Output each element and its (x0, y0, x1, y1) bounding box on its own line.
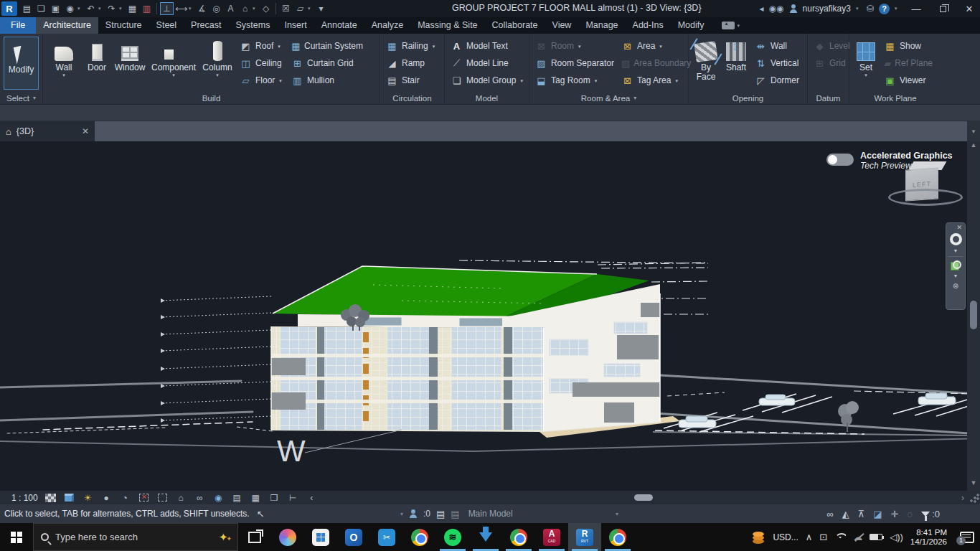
tab-insert[interactable]: Insert (277, 17, 314, 34)
render-icon[interactable]: ◇ (259, 2, 273, 15)
close-hidden-windows-icon[interactable]: ☒ (279, 2, 293, 15)
curtain-system-button[interactable]: ▦Curtain System (288, 37, 367, 55)
default-3d-view-icon[interactable]: ⌂ (238, 2, 252, 15)
undo-icon[interactable]: ↶ (84, 2, 98, 15)
start-button[interactable] (0, 523, 33, 551)
worksets-icon[interactable]: ▤ (436, 509, 445, 519)
reveal-hidden-elements-icon[interactable]: ◉ (212, 492, 225, 503)
sun-path-icon[interactable]: ☀ (82, 492, 94, 503)
floor-button[interactable]: ▱Floor▾ (236, 72, 288, 89)
window-button[interactable]: Window (111, 35, 149, 93)
tab-file[interactable]: File (0, 17, 36, 34)
resize-grip[interactable] (969, 492, 980, 504)
curtain-grid-button[interactable]: ⊞Curtain Grid (288, 55, 367, 72)
model-group-button[interactable]: ❏Model Group▾ (447, 72, 527, 89)
tab-precast[interactable]: Precast (184, 17, 228, 34)
text-icon[interactable]: A (224, 2, 237, 15)
temporary-view-properties-icon[interactable]: ▤ (231, 492, 243, 503)
redo-icon[interactable]: ↷ (105, 2, 118, 15)
task-view-button[interactable] (238, 523, 271, 551)
taskbar-autocad[interactable]: ACAD (535, 523, 568, 551)
viewcube-compass-ring[interactable] (888, 189, 963, 206)
signed-in-user[interactable]: nursyafikay3 (803, 4, 851, 14)
tag-by-category-icon[interactable]: ◎ (209, 2, 223, 15)
select-elements-by-face-icon[interactable]: ◪ (873, 509, 882, 519)
redo-caret[interactable]: ▾ (119, 6, 125, 11)
navbar-menu-icon[interactable]: ⊜ (953, 282, 958, 290)
modify-button[interactable]: Modify (4, 37, 39, 90)
show-hidden-icons-chevron[interactable]: ∧ (806, 532, 813, 542)
unlocked-3d-view-icon[interactable]: ⌂ (175, 492, 187, 503)
open-icon[interactable]: ❏ (34, 2, 48, 15)
highlight-displacement-sets-icon[interactable]: ❒ (268, 492, 281, 503)
aligned-dimension-icon[interactable]: ∡ (195, 2, 209, 15)
transfer-icon[interactable]: ▥ (140, 2, 154, 15)
taskbar-chrome-2[interactable] (502, 523, 535, 551)
opening-by-face-button[interactable]: By Face (691, 35, 721, 93)
collapse-arrow-icon[interactable]: ◂ (760, 4, 764, 14)
home-icon[interactable]: ⌂ (6, 126, 11, 137)
navbar-close-icon[interactable]: ✕ (953, 223, 965, 232)
mullion-button[interactable]: ▥Mullion (288, 72, 367, 89)
volume-icon[interactable]: ◁)) (890, 532, 903, 542)
view-scale[interactable]: 1 : 100 (11, 493, 38, 503)
sync-icon[interactable]: ◉ (63, 2, 77, 15)
editing-requests-icon[interactable] (409, 509, 418, 518)
drawing-area[interactable]: Accelerated Graphics Tech Preview LEFT ✕… (0, 141, 980, 491)
app-store-cart-icon[interactable]: ⛁ (867, 4, 874, 14)
ceiling-button[interactable]: ◫Ceiling (236, 55, 288, 72)
customize-qat-icon[interactable]: ▾ (314, 2, 328, 15)
editing-requests-count[interactable]: :0 (423, 509, 430, 519)
steering-wheel-caret[interactable]: ▼ (953, 248, 958, 253)
taskbar-microsoft-store[interactable] (304, 523, 337, 551)
taskbar-search[interactable]: Type here to search ✦✦ (33, 523, 238, 551)
vertical-opening-button[interactable]: ⇅Vertical (751, 55, 803, 72)
tab-architecture[interactable]: Architecture (36, 17, 98, 34)
ramp-button[interactable]: ◢Ramp (382, 55, 438, 72)
accelerated-graphics-toggle[interactable] (826, 154, 854, 166)
crop-view-icon[interactable] (138, 492, 150, 503)
tab-add-ins[interactable]: Add-Ins (626, 17, 671, 34)
tab-view[interactable]: View (545, 17, 579, 34)
dormer-opening-button[interactable]: ◸Dormer (751, 72, 803, 89)
currency-app-icon[interactable] (751, 530, 765, 545)
restore-button[interactable] (932, 0, 953, 17)
model-line-button[interactable]: ⟋Model Line (447, 55, 527, 72)
tab-annotate[interactable]: Annotate (314, 17, 364, 34)
revit-logo-icon[interactable]: R (1, 1, 17, 16)
tag-room-button[interactable]: ⬓Tag Room▾ (532, 72, 618, 89)
wall-opening-button[interactable]: ⇹Wall (751, 37, 803, 55)
railing-button[interactable]: ▦Railing▾ (382, 37, 438, 55)
show-analytical-model-icon[interactable]: ▦ (250, 492, 262, 503)
reveal-constraints-icon[interactable]: ⊢ (287, 492, 299, 503)
taskbar-capcut[interactable]: ✂ (370, 523, 403, 551)
vertical-scrollbar[interactable]: ▲ ▼ (967, 141, 980, 491)
scroll-up-arrow[interactable]: ▲ (971, 141, 977, 151)
detail-level-icon[interactable] (44, 492, 57, 503)
tag-area-button[interactable]: ⊠Tag Area▾ (618, 72, 687, 89)
user-menu-caret[interactable]: ▾ (856, 6, 862, 11)
view-tab-close-icon[interactable]: ✕ (82, 126, 89, 136)
view-tab-3d[interactable]: ⌂ {3D} ✕ (0, 121, 95, 141)
show-crop-region-icon[interactable] (156, 492, 169, 503)
tab-systems[interactable]: Systems (228, 17, 277, 34)
steering-wheel-icon[interactable] (950, 233, 962, 245)
measure-caret[interactable]: ▾ (189, 6, 194, 11)
taskbar-outlook[interactable]: O (337, 523, 370, 551)
visual-style-icon[interactable] (63, 492, 75, 503)
meet-now-icon[interactable]: ⊡ (819, 532, 827, 542)
wifi-icon[interactable] (834, 533, 846, 542)
show-rendering-dialog-icon[interactable]: ◔ (119, 492, 131, 503)
column-button[interactable]: Column▾ (199, 35, 236, 93)
sync-caret[interactable]: ▾ (77, 6, 83, 11)
taskbar-downloads[interactable] (469, 523, 502, 551)
currency-label[interactable]: USD... (773, 532, 798, 542)
room-separator-button[interactable]: ▨Room Separator (532, 55, 618, 72)
area-button[interactable]: ⊠Area▾ (618, 37, 687, 55)
help-icon[interactable]: ? (879, 4, 890, 14)
close-button[interactable]: ✕ (958, 0, 980, 17)
tab-collaborate[interactable]: Collaborate (485, 17, 545, 34)
notification-center-icon[interactable]: 1 (960, 532, 974, 543)
taskbar-chrome-1[interactable] (403, 523, 436, 551)
stair-button[interactable]: ▤Stair (382, 72, 438, 89)
